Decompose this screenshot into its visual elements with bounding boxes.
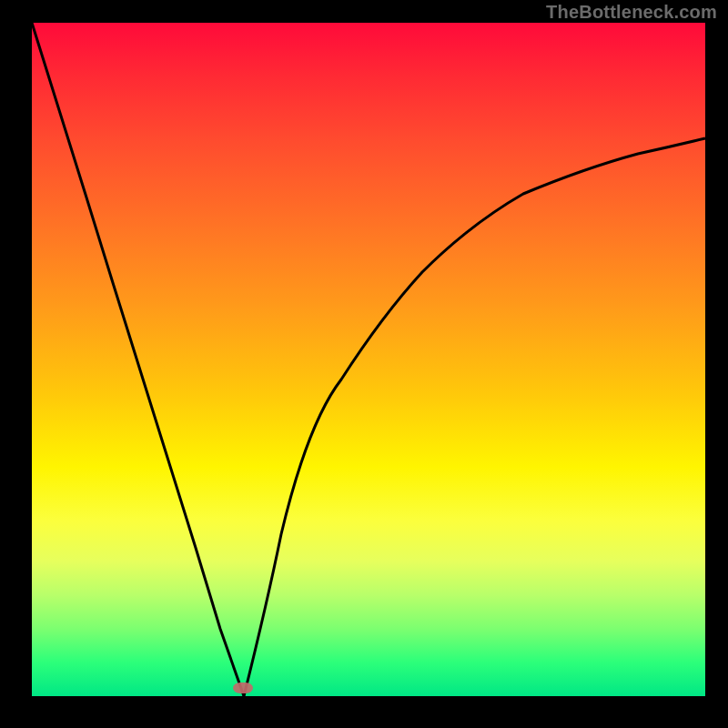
chart-frame: TheBottleneck.com bbox=[0, 0, 728, 728]
curve-left-branch bbox=[32, 23, 244, 696]
watermark-text: TheBottleneck.com bbox=[546, 2, 717, 23]
cusp-marker bbox=[233, 682, 253, 693]
plot-area bbox=[32, 23, 705, 696]
curve-right-branch bbox=[244, 138, 705, 696]
bottleneck-curve bbox=[32, 23, 705, 696]
